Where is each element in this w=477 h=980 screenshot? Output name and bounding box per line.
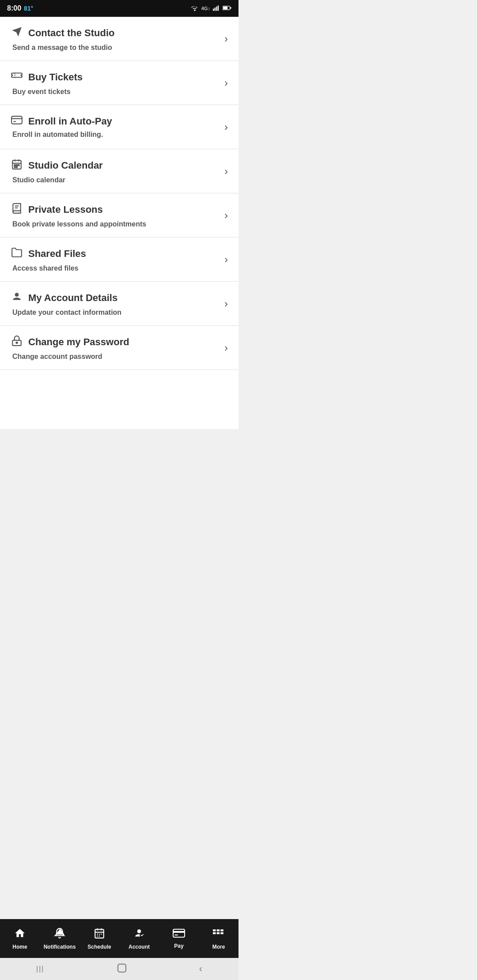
account-details-icon [11,291,23,305]
svg-rect-19 [16,166,17,167]
contact-studio-icon [11,26,23,40]
menu-item-content-private-lessons: Private Lessons Book private lessons and… [11,203,224,228]
menu-item-content-contact-studio: Contact the Studio Send a message to the… [11,26,224,52]
chevron-right-icon-auto-pay: › [224,121,228,133]
status-temperature: 81° [24,5,33,12]
menu-item-auto-pay[interactable]: Enroll in Auto-Pay Enroll in automated b… [0,105,238,149]
svg-rect-3 [218,5,219,11]
svg-rect-17 [18,165,19,166]
svg-rect-6 [230,7,231,8]
menu-item-studio-calendar[interactable]: Studio Calendar Studio calendar › [0,149,238,193]
signal-icon [213,5,220,12]
svg-rect-1 [215,8,216,11]
menu-item-title-shared-files: Shared Files [11,247,224,261]
svg-rect-5 [223,7,227,9]
menu-item-subtitle-shared-files: Access shared files [11,264,224,272]
menu-item-private-lessons[interactable]: Private Lessons Book private lessons and… [0,193,238,237]
menu-item-title-account-details: My Account Details [11,291,224,305]
chevron-right-icon-buy-tickets: › [224,77,228,89]
svg-rect-15 [15,165,15,166]
svg-rect-0 [213,8,214,11]
menu-item-subtitle-studio-calendar: Studio calendar [11,176,224,184]
menu-item-title-text-auto-pay: Enroll in Auto-Pay [28,116,112,127]
menu-item-content-shared-files: Shared Files Access shared files [11,247,224,272]
svg-rect-8 [11,116,22,124]
svg-point-22 [15,293,19,297]
menu-item-account-details[interactable]: My Account Details Update your contact i… [0,282,238,326]
menu-item-title-text-private-lessons: Private Lessons [28,204,103,215]
battery-icon [223,5,231,12]
menu-item-title-contact-studio: Contact the Studio [11,26,224,40]
menu-item-content-change-password: Change my Password Change account passwo… [11,335,224,361]
chevron-right-icon-shared-files: › [224,253,228,266]
menu-item-title-buy-tickets: Buy Tickets [11,70,224,84]
buy-tickets-icon [11,70,23,84]
menu-item-contact-studio[interactable]: Contact the Studio Send a message to the… [0,17,238,61]
menu-item-shared-files[interactable]: Shared Files Access shared files › [0,237,238,282]
menu-item-title-text-shared-files: Shared Files [28,248,86,260]
studio-calendar-icon [11,158,23,173]
status-bar: 8:00 81° 4G↕ [0,0,238,17]
menu-item-subtitle-change-password: Change account password [11,353,224,361]
auto-pay-icon [11,116,23,127]
chevron-right-icon-private-lessons: › [224,209,228,222]
svg-point-24 [16,342,17,343]
menu-item-title-text-account-details: My Account Details [28,292,117,304]
chevron-right-icon-contact-studio: › [224,33,228,45]
menu-item-title-text-change-password: Change my Password [28,336,129,348]
chevron-right-icon-studio-calendar: › [224,165,228,177]
menu-item-content-account-details: My Account Details Update your contact i… [11,291,224,317]
menu-item-title-auto-pay: Enroll in Auto-Pay [11,116,224,127]
chevron-right-icon-account-details: › [224,298,228,310]
menu-item-content-auto-pay: Enroll in Auto-Pay Enroll in automated b… [11,116,224,139]
svg-rect-2 [216,6,217,11]
menu-item-subtitle-contact-studio: Send a message to the studio [11,44,224,52]
svg-rect-16 [16,165,17,166]
status-time: 8:00 [7,4,21,12]
menu-item-title-private-lessons: Private Lessons [11,203,224,217]
menu-item-subtitle-account-details: Update your contact information [11,309,224,317]
menu-item-change-password[interactable]: Change my Password Change account passwo… [0,326,238,370]
menu-item-title-studio-calendar: Studio Calendar [11,158,224,173]
menu-item-subtitle-buy-tickets: Buy event tickets [11,88,224,96]
menu-item-title-text-contact-studio: Contact the Studio [28,27,115,39]
change-password-icon [11,335,23,349]
private-lessons-icon [11,203,23,217]
svg-rect-18 [15,166,15,167]
shared-files-icon [11,247,23,261]
4g-icon: 4G↕ [201,6,210,11]
chevron-right-icon-change-password: › [224,342,228,354]
menu-item-title-change-password: Change my Password [11,335,224,349]
wifi-icon [191,5,199,12]
menu-item-title-text-buy-tickets: Buy Tickets [28,72,83,83]
menu-item-content-studio-calendar: Studio Calendar Studio calendar [11,158,224,184]
menu-list: Contact the Studio Send a message to the… [0,17,238,429]
menu-item-subtitle-auto-pay: Enroll in automated billing. [11,131,224,139]
menu-item-buy-tickets[interactable]: Buy Tickets Buy event tickets › [0,61,238,105]
menu-item-content-buy-tickets: Buy Tickets Buy event tickets [11,70,224,96]
menu-item-subtitle-private-lessons: Book private lessons and appointments [11,220,224,228]
menu-item-title-text-studio-calendar: Studio Calendar [28,160,103,171]
